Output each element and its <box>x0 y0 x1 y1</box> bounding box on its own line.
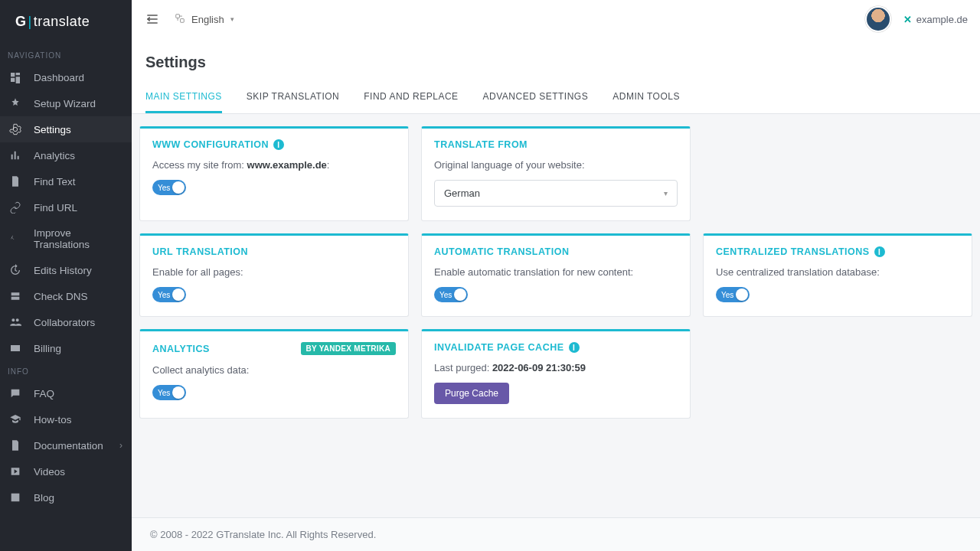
sidebar-item-find-url[interactable]: Find URL <box>0 194 132 220</box>
info-icon[interactable]: i <box>273 139 284 150</box>
domain-selector[interactable]: ✕ example.de <box>903 14 968 25</box>
card-title: Invalidate Page Cache i <box>434 342 678 353</box>
card-title: Analytics BY YANDEX METRIKA <box>152 342 396 355</box>
card-text: Enable automatic translation for new con… <box>434 266 678 278</box>
info-icon[interactable]: i <box>569 342 580 353</box>
card-title: URL Translation <box>152 246 396 257</box>
tab-main-settings[interactable]: Main Settings <box>145 80 222 113</box>
sidebar-item-collaborators[interactable]: Collaborators <box>0 309 132 335</box>
domain-label: example.de <box>916 14 968 25</box>
sidebar-item-check-dns[interactable]: Check DNS <box>0 283 132 309</box>
toggle-analytics[interactable]: Yes <box>152 385 186 400</box>
menu-toggle-button[interactable] <box>144 11 161 28</box>
svg-rect-0 <box>176 14 180 18</box>
sidebar-item-label: Find Text <box>34 176 76 187</box>
brand-g: G <box>15 14 27 29</box>
nav-heading-info: INFO <box>0 361 132 380</box>
sidebar-item-billing[interactable]: Billing <box>0 335 132 361</box>
analytics-badge: BY YANDEX METRIKA <box>301 342 397 355</box>
topbar: English ▾ ✕ example.de <box>132 0 980 38</box>
toggle-knob <box>454 289 466 301</box>
select-value: German <box>444 187 480 199</box>
sidebar-item-edits-history[interactable]: Edits History <box>0 257 132 283</box>
sidebar-item-label: Analytics <box>34 150 75 161</box>
tab-label: Skip Translation <box>247 91 339 102</box>
domain-icon: ✕ <box>903 14 912 25</box>
caret-down-icon: ▾ <box>664 189 668 197</box>
card-title: WWW Configuration i <box>152 139 396 150</box>
sidebar-item-documentation[interactable]: Documentation › <box>0 432 132 458</box>
card-title-text: Analytics <box>152 344 210 354</box>
avatar[interactable] <box>867 8 890 31</box>
sidebar: G|translate NAVIGATION Dashboard Setup W… <box>0 0 132 551</box>
toggle-knob <box>172 386 185 399</box>
brand-logo: G|translate <box>0 0 132 45</box>
sidebar-item-setup-wizard[interactable]: Setup Wizard <box>0 90 132 116</box>
language-switcher[interactable]: English ▾ <box>175 13 234 26</box>
card-text: Enable for all pages: <box>152 266 396 278</box>
sidebar-item-videos[interactable]: Videos <box>0 458 132 484</box>
tab-label: Admin Tools <box>612 91 680 102</box>
sidebar-item-blog[interactable]: Blog <box>0 484 132 510</box>
card-text: Last purged: 2022-06-09 21:30:59 <box>434 362 678 373</box>
video-icon <box>9 465 21 478</box>
language-label: English <box>191 14 224 25</box>
wizard-icon <box>9 97 21 109</box>
toggle-label: Yes <box>158 184 170 192</box>
toggle-automatic-translation[interactable]: Yes <box>434 287 468 302</box>
sidebar-item-improve-translations[interactable]: Improve Translations <box>0 220 132 257</box>
tab-admin-tools[interactable]: Admin Tools <box>612 80 680 113</box>
sidebar-item-label: Blog <box>34 492 54 504</box>
select-original-language[interactable]: German ▾ <box>434 180 678 207</box>
card-title: Automatic Translation <box>434 246 678 257</box>
card-icon <box>9 342 21 354</box>
card-automatic-translation: Automatic Translation Enable automatic t… <box>421 233 691 317</box>
sidebar-item-label: Find URL <box>34 202 77 214</box>
tab-skip-translation[interactable]: Skip Translation <box>247 80 339 113</box>
toggle-centralized[interactable]: Yes <box>716 287 750 302</box>
tab-find-replace[interactable]: Find and Replace <box>364 80 458 113</box>
chevron-right-icon: › <box>119 440 122 451</box>
link-icon <box>9 201 21 214</box>
sidebar-item-howtos[interactable]: How-tos <box>0 406 132 432</box>
sidebar-item-settings[interactable]: Settings <box>0 116 132 142</box>
translate-icon <box>9 233 21 245</box>
sidebar-item-dashboard[interactable]: Dashboard <box>0 64 132 90</box>
history-icon <box>9 264 21 276</box>
sidebar-item-find-text[interactable]: Find Text <box>0 168 132 194</box>
tab-advanced-settings[interactable]: Advanced Settings <box>483 80 589 113</box>
sidebar-item-faq[interactable]: FAQ <box>0 380 132 406</box>
card-text: Original language of your website: <box>434 159 678 171</box>
toggle-www[interactable]: Yes <box>152 180 186 195</box>
main: English ▾ ✕ example.de Settings Main Set… <box>132 0 980 551</box>
chart-icon <box>9 149 21 161</box>
sidebar-item-label: Setup Wizard <box>34 98 96 109</box>
card-title: Translate From <box>434 139 678 150</box>
sidebar-item-label: Documentation <box>34 440 103 452</box>
card-url-translation: URL Translation Enable for all pages: Ye… <box>139 233 409 317</box>
purge-cache-button[interactable]: Purge Cache <box>434 383 509 404</box>
document-icon <box>9 175 21 187</box>
card-text: Use centralized translation database: <box>716 266 959 278</box>
graduation-icon <box>9 413 21 425</box>
sidebar-item-analytics[interactable]: Analytics <box>0 142 132 168</box>
cards-grid: WWW Configuration i Access my site from:… <box>132 114 980 431</box>
info-icon[interactable]: i <box>874 246 885 257</box>
chat-icon <box>9 387 21 399</box>
dashboard-icon <box>9 71 21 83</box>
dns-icon <box>9 290 21 302</box>
gear-icon <box>9 123 21 135</box>
page-title: Settings <box>132 38 980 80</box>
card-title-text: URL Translation <box>152 246 248 257</box>
footer-copyright: © 2008 - 2022 GTranslate Inc. All Rights… <box>132 517 980 551</box>
card-text: Access my site from: www.example.de: <box>152 159 396 171</box>
globe-icon <box>175 13 185 26</box>
toggle-url-translation[interactable]: Yes <box>152 287 186 302</box>
caret-down-icon: ▾ <box>230 15 234 23</box>
toggle-knob <box>172 289 185 301</box>
card-title-text: Automatic Translation <box>434 246 569 257</box>
svg-rect-1 <box>181 18 185 22</box>
card-title-text: WWW Configuration <box>152 139 269 150</box>
sidebar-item-label: Improve Translations <box>34 227 122 250</box>
tab-label: Find and Replace <box>364 91 458 102</box>
